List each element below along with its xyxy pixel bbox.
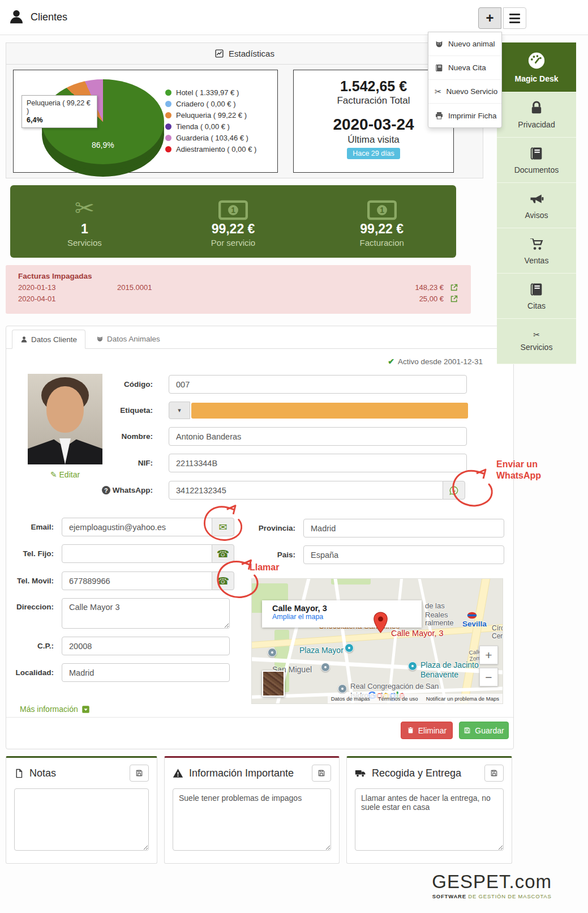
- pais-input[interactable]: [303, 545, 504, 564]
- money-icon: 1: [218, 200, 248, 220]
- street-view-pegman[interactable]: [262, 671, 285, 697]
- sidebar-item-documentos[interactable]: Documentos: [497, 138, 576, 183]
- sidebar-item-privacidad[interactable]: Privacidad: [497, 92, 576, 138]
- pie-slice-percentage: 86,9%: [92, 140, 114, 150]
- field-label: NIF:: [6, 459, 169, 467]
- send-whatsapp-button[interactable]: [443, 481, 465, 500]
- save-important-info-button[interactable]: [312, 765, 331, 782]
- email-input[interactable]: [62, 518, 213, 536]
- direccion-textarea[interactable]: Calle Mayor 3: [62, 598, 230, 629]
- logo-text: GESPET.com: [432, 871, 552, 893]
- metro-icon: [467, 612, 477, 619]
- nombre-input[interactable]: [169, 427, 467, 446]
- sidebar-item-magic-desk[interactable]: Magic Desk: [497, 42, 576, 92]
- field-row-tel-movil: Tel. Movil: ☎: [6, 571, 234, 590]
- map-enlarge-link[interactable]: Ampliar el mapa: [272, 613, 422, 621]
- google-map[interactable]: Chocolatería San Ginés de las Reales ral…: [251, 578, 503, 704]
- send-email-button[interactable]: ✉: [212, 518, 234, 536]
- whatsapp-input[interactable]: [169, 481, 444, 500]
- more-info-link[interactable]: Más información: [20, 705, 90, 714]
- tab-datos-animales[interactable]: Datos Animales: [88, 330, 169, 348]
- map-zoom-in-button[interactable]: +: [479, 646, 498, 664]
- legend-item-criadero[interactable]: Criadero ( 0,00 € ): [165, 100, 256, 108]
- panel-title: Información Importante: [189, 767, 306, 779]
- external-link-icon: [450, 295, 458, 303]
- tab-datos-cliente[interactable]: Datos Cliente: [12, 330, 85, 349]
- field-row-etiqueta: Etiqueta: ▾: [6, 402, 514, 419]
- map-terms-link[interactable]: Términos de uso: [378, 696, 418, 702]
- legend-item-hotel[interactable]: Hotel ( 1.339,97 € ): [165, 88, 256, 97]
- dashboard-icon: [527, 51, 546, 70]
- statistics-title: Estadísticas: [229, 49, 274, 58]
- menu-item-nuevo-servicio[interactable]: ✂ Nuevo Servicio: [428, 80, 501, 104]
- delete-button[interactable]: Eliminar: [401, 722, 453, 739]
- help-icon[interactable]: ?: [102, 486, 110, 494]
- cp-input[interactable]: [62, 637, 230, 655]
- save-icon: [317, 769, 325, 777]
- map-data-link[interactable]: Datos de mapas: [331, 696, 370, 702]
- unpaid-row: 2020-04-01 25,00 €: [18, 295, 458, 303]
- panel-title: Notas: [29, 767, 124, 779]
- map-info-card: Calle Mayor, 3 Ampliar el mapa: [262, 600, 422, 628]
- field-label: Direccion:: [6, 598, 62, 611]
- legend-item-guarderia[interactable]: Guarderia ( 103,46 € ): [165, 134, 256, 142]
- add-button[interactable]: +: [478, 7, 501, 29]
- sidebar-item-citas[interactable]: Citas: [497, 274, 576, 319]
- delete-label: Eliminar: [418, 726, 447, 735]
- etiqueta-dropdown-button[interactable]: ▾: [169, 402, 190, 419]
- legend-dot: [165, 101, 171, 107]
- tel-movil-input[interactable]: [62, 571, 213, 590]
- localidad-input[interactable]: [62, 663, 230, 682]
- open-invoice-button[interactable]: [444, 295, 458, 303]
- plaza-mayor-poi-marker[interactable]: [345, 643, 354, 652]
- map-label-reales: de las Reales: [425, 601, 465, 619]
- map-zoom-out-button[interactable]: −: [479, 668, 498, 686]
- provincia-input[interactable]: [303, 519, 504, 537]
- menu-item-label: Nueva Cita: [448, 63, 486, 72]
- kpi-label: Por servicio: [211, 238, 255, 248]
- map-label-circulo: Círculo deCerrado: [492, 624, 503, 641]
- tab-bar: Datos Cliente Datos Animales: [6, 326, 513, 349]
- invoice-date: 2020-01-13: [18, 283, 117, 292]
- save-label: Guardar: [475, 726, 504, 735]
- menu-item-nuevo-animal[interactable]: Nuevo animal: [428, 32, 501, 56]
- logo-tagline: SOFTWARE DE GESTIÓN DE MASCOTAS: [432, 893, 552, 899]
- important-info-textarea[interactable]: Suele tener problemas de impagos: [173, 788, 331, 851]
- field-label: Tel. Movil:: [6, 577, 62, 585]
- legend-label: Peluqueria ( 99,22 € ): [176, 111, 247, 120]
- menu-item-imprimir-ficha[interactable]: Imprimir Ficha: [428, 104, 501, 127]
- save-pickup-button[interactable]: [484, 765, 504, 782]
- church-poi-marker[interactable]: [268, 648, 277, 657]
- nif-input[interactable]: [169, 454, 467, 472]
- tab-label: Datos Animales: [107, 335, 160, 343]
- field-label: Email:: [6, 523, 62, 531]
- sidebar-item-avisos[interactable]: Avisos: [497, 183, 576, 228]
- call-movil-button[interactable]: ☎: [212, 571, 234, 590]
- save-notes-button[interactable]: [130, 765, 149, 782]
- codigo-input[interactable]: [169, 375, 467, 394]
- call-fijo-button[interactable]: ☎: [212, 544, 234, 563]
- sidebar-item-label: Avisos: [525, 211, 548, 220]
- tel-fijo-input[interactable]: [62, 544, 213, 563]
- tooltip-percent: 6,4%: [27, 116, 92, 124]
- sidebar-item-ventas[interactable]: Ventas: [497, 228, 576, 274]
- etiqueta-color-bar[interactable]: [191, 403, 468, 419]
- legend-item-adiestramiento[interactable]: Adiestramiento ( 0,00 € ): [165, 145, 256, 153]
- legend-item-peluqueria[interactable]: Peluqueria ( 99,22 € ): [165, 111, 256, 120]
- field-row-provincia: Provincia:: [250, 519, 504, 537]
- sidebar-item-servicios[interactable]: ✂ Servicios: [497, 319, 576, 364]
- menu-button[interactable]: [503, 7, 526, 29]
- notes-textarea[interactable]: [14, 788, 149, 851]
- legend-item-tienda[interactable]: Tienda ( 0,00 € ): [165, 122, 256, 131]
- open-invoice-button[interactable]: [444, 283, 458, 292]
- pickup-delivery-textarea[interactable]: Llamar antes de hacer la entrega, no sue…: [355, 788, 504, 851]
- unpaid-invoices-panel: Facturas Impagadas 2020-01-13 2015.0001 …: [6, 265, 471, 314]
- san-miguel-poi-marker[interactable]: [321, 663, 330, 672]
- sidebar-item-label: Citas: [527, 301, 546, 310]
- save-button[interactable]: Guardar: [459, 722, 509, 739]
- legend-label: Guarderia ( 103,46 € ): [176, 134, 248, 142]
- menu-item-nueva-cita[interactable]: Nueva Cita: [428, 56, 501, 80]
- congregacion-poi-marker[interactable]: [338, 684, 347, 693]
- map-report-link[interactable]: Notificar un problema de Maps: [426, 696, 499, 702]
- benavente-poi-marker[interactable]: [408, 662, 417, 671]
